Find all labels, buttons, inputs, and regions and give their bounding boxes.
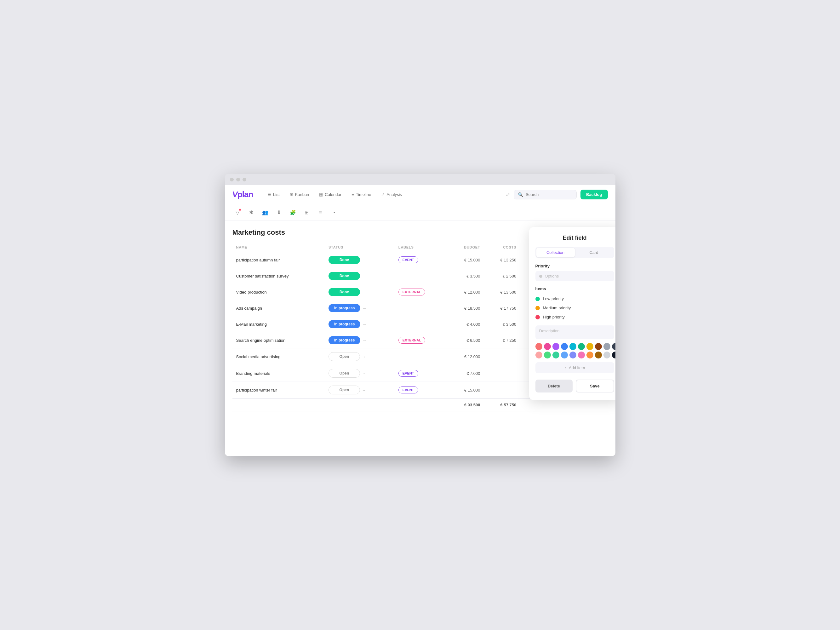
tab-calendar-label: Calendar [325,192,341,197]
row-budget: € 6.500 [448,332,484,348]
row-label [395,316,448,332]
row-name: Search engine optimisation [232,332,325,348]
row-label [395,300,448,316]
toolbar: ▽ ✱ 👥 ⬇ 🧩 ⊞ ≡ ▪ [225,204,616,221]
row-name: Video production [232,284,325,300]
status-arrow-icon: → [362,322,366,327]
save-button[interactable]: Save [576,380,614,393]
color-swatch[interactable] [535,352,542,358]
color-swatch[interactable] [553,343,559,350]
status-arrow-icon: → [362,338,366,343]
row-status: Done [325,252,395,268]
color-swatch[interactable] [586,352,594,358]
color-swatch[interactable] [544,343,551,350]
status-arrow-icon: → [362,388,366,393]
row-label: EVENT [395,382,448,399]
col-status: STATUS [325,243,395,252]
row-budget: € 12.000 [448,348,484,365]
color-swatch[interactable] [595,352,602,358]
row-name: Social media advertising [232,348,325,365]
col-costs: COSTS [484,243,520,252]
lines-icon[interactable]: ≡ [316,207,326,217]
row-costs [484,365,520,382]
search-input[interactable] [526,192,573,197]
items-label: Items [535,286,614,291]
tab-analysis-label: Analysis [387,192,401,197]
color-swatch[interactable] [535,343,542,350]
app-logo: Vplan [232,189,253,199]
row-name: Customer satisfaction survey [232,268,325,284]
color-swatch[interactable] [603,352,610,358]
priority-item[interactable]: Medium priority [535,303,614,313]
color-swatch[interactable] [553,352,559,358]
row-label [395,348,448,365]
color-swatch[interactable] [603,343,610,350]
footer-cell: € 57.750 [484,398,520,411]
color-palette [535,343,614,358]
col-name: NAME [232,243,325,252]
row-costs: € 7.250 [484,332,520,348]
tab-timeline[interactable]: ≡ Timeline [347,189,376,199]
color-swatch[interactable] [570,352,576,358]
tab-list[interactable]: ☰ List [263,189,284,199]
add-item-button[interactable]: ↑ Add item [535,362,614,373]
people-icon[interactable]: 👥 [260,207,270,217]
row-label [395,268,448,284]
row-label: EVENT [395,252,448,268]
col-budget: BUDGET [448,243,484,252]
row-label: EXTERNAL [395,332,448,348]
color-swatch[interactable] [570,343,576,350]
priority-item[interactable]: High priority [535,313,614,322]
row-budget: € 3.500 [448,268,484,284]
options-input[interactable]: Options [535,271,614,281]
row-name: E-Mail marketing [232,316,325,332]
tab-calendar[interactable]: ▦ Calendar [315,189,346,199]
backlog-button[interactable]: Backlog [581,189,608,199]
priority-dot [535,315,540,319]
row-label: EVENT [395,365,448,382]
row-costs: € 2.500 [484,268,520,284]
tab-card-btn[interactable]: Card [575,248,613,257]
delete-button[interactable]: Delete [535,380,573,393]
row-name: participation autumn fair [232,252,325,268]
color-swatch[interactable] [561,343,568,350]
color-swatch[interactable] [561,352,568,358]
add-item-label: Add item [569,365,585,370]
footer-cell [559,398,608,411]
row-name: Branding materials [232,365,325,382]
row-costs: € 17.750 [484,300,520,316]
expand-icon[interactable]: ⤢ [506,191,510,197]
download-icon[interactable]: ⬇ [274,207,284,217]
filter-icon[interactable]: ▽ [232,207,243,217]
row-budget: € 15.000 [448,382,484,399]
kanban-icon: ⊞ [290,192,293,197]
group-icon[interactable]: ⊞ [302,207,312,217]
footer-cell [232,398,325,411]
tab-list-label: List [273,192,279,197]
color-swatch[interactable] [578,343,585,350]
row-costs [484,382,520,399]
color-swatch[interactable] [586,343,594,350]
color-swatch[interactable] [595,343,602,350]
color-swatch[interactable] [612,343,616,350]
color-swatch[interactable] [578,352,585,358]
description-input[interactable]: Description [535,325,614,339]
search-bar[interactable]: 🔍 [514,190,577,199]
asterisk-icon[interactable]: ✱ [246,207,256,217]
browser-window: Vplan ☰ List ⊞ Kanban ▦ Calendar ≡ Timel… [225,174,616,456]
row-budget: € 4.000 [448,316,484,332]
timeline-icon: ≡ [352,192,354,197]
row-budget: € 18.500 [448,300,484,316]
row-status: Done [325,284,395,300]
tab-kanban[interactable]: ⊞ Kanban [285,189,314,199]
status-arrow-icon: → [362,354,366,359]
row-costs: € 13.250 [484,252,520,268]
grid-icon[interactable]: ▪ [330,207,339,217]
tab-analysis[interactable]: ↗ Analysis [377,189,406,199]
color-swatch[interactable] [544,352,551,358]
priority-dot [535,297,540,301]
tab-collection-btn[interactable]: Collection [536,248,575,257]
puzzle-icon[interactable]: 🧩 [288,207,298,217]
color-swatch[interactable] [612,352,616,358]
priority-item[interactable]: Low priority [535,294,614,303]
